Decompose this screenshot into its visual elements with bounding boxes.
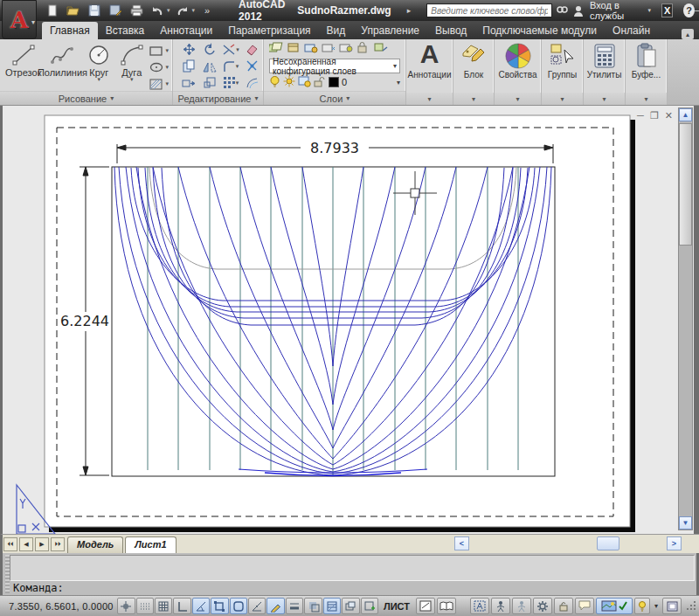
quick-properties-toggle[interactable] [323, 598, 341, 614]
array-button[interactable]: ▾ [220, 74, 241, 91]
resize-grip[interactable] [685, 601, 696, 612]
command-window[interactable]: settings\temp\SudnoRazmer_1_1_2340.sv$ .… [0, 553, 699, 595]
lineweight-toggle[interactable] [286, 598, 303, 614]
annotation-visibility-button[interactable] [491, 598, 510, 614]
polyline-button[interactable]: Полилиния [43, 41, 81, 91]
status-tray-balloon-button[interactable] [575, 598, 594, 614]
tab-moduli[interactable]: Подключаемые модули [474, 22, 605, 39]
object-track-toggle[interactable] [248, 598, 266, 614]
performance-tuner-button[interactable] [634, 598, 650, 614]
search-icon[interactable] [556, 3, 568, 18]
undo-dropdown-icon[interactable]: ▾ [167, 7, 170, 14]
rectangle-dropdown-icon[interactable]: ▾ [165, 47, 169, 54]
hardware-acceleration-button[interactable] [596, 598, 633, 614]
toolbar-lock-button[interactable] [554, 598, 573, 614]
qat-overflow-button[interactable]: » [198, 3, 216, 18]
panel-layers-title[interactable]: Слои▾ [264, 91, 405, 105]
signin-button[interactable]: Вход в службы ▾ [590, 0, 651, 21]
tab-glavnaya[interactable]: Главная [42, 22, 98, 39]
annotation-monitor-toggle[interactable] [361, 598, 378, 614]
scroll-left-icon[interactable]: < [454, 536, 469, 550]
arc-button[interactable]: Дуга ▾ [116, 41, 148, 91]
line-button[interactable]: Отрезок [5, 41, 41, 91]
doc-minimize-button[interactable]: ─ [637, 110, 644, 121]
panel-edit-title[interactable]: Редактирование▾ [173, 91, 263, 105]
polar-tracking-toggle[interactable] [192, 598, 210, 614]
undo-button[interactable] [149, 3, 166, 18]
panel-expand-icon[interactable]: ▾ [542, 93, 583, 105]
tab-onlain[interactable]: Онлайн [605, 22, 658, 39]
scale-button[interactable] [199, 74, 220, 91]
array-dropdown-icon[interactable]: ▾ [236, 80, 239, 87]
save-button[interactable] [86, 3, 103, 18]
dynamic-input-toggle[interactable] [266, 598, 284, 614]
redo-button[interactable] [174, 3, 191, 18]
fillet-button[interactable]: ▾ [220, 58, 241, 74]
layer-unlock-icon[interactable] [314, 76, 326, 89]
trim-button[interactable]: ▾ [220, 41, 241, 58]
circle-button[interactable]: Круг ▾ [83, 41, 114, 91]
rotate-button[interactable] [199, 41, 220, 58]
app-status-menu-icon[interactable]: ▾ [652, 602, 661, 610]
paper-model-space-button[interactable]: ЛИСТ [379, 599, 414, 613]
horizontal-scroll-thumb[interactable] [597, 536, 619, 550]
title-menu-arrow-icon[interactable]: ▸ [407, 6, 412, 15]
panel-expand-icon[interactable]: ▾ [453, 93, 494, 105]
arc-dropdown-icon[interactable]: ▾ [130, 78, 134, 81]
transparency-toggle[interactable] [304, 598, 322, 614]
osnap-3d-toggle[interactable] [230, 598, 247, 614]
quick-view-layouts-button[interactable] [416, 598, 435, 614]
model-tab[interactable]: Модель [67, 536, 123, 553]
help-button[interactable]: ? [683, 3, 695, 17]
command-window-grip[interactable] [5, 555, 10, 593]
scroll-up-icon[interactable]: ▲ [679, 108, 692, 121]
rectangle-button[interactable] [149, 44, 164, 58]
new-drawing-button[interactable] [44, 3, 61, 18]
panel-groups[interactable]: Группы ▾ [542, 39, 584, 105]
prev-tab-button[interactable]: ◀ [19, 537, 33, 551]
stretch-button[interactable] [178, 74, 199, 91]
panel-block[interactable]: Блок ▾ [453, 39, 495, 105]
tab-vyvod[interactable]: Вывод [427, 22, 474, 39]
panel-expand-icon[interactable]: ▾ [495, 93, 541, 105]
layout-sheet[interactable]: 8.7933 6.2244 [3, 106, 699, 534]
layer-match-button[interactable] [374, 41, 388, 57]
drawing-area[interactable]: 8.7933 6.2244 [0, 106, 699, 534]
scroll-down-icon[interactable]: ▼ [679, 516, 692, 529]
horizontal-scrollbar[interactable]: < > [454, 536, 682, 551]
tab-vid[interactable]: Вид [319, 22, 354, 39]
layer-thaw-icon[interactable] [283, 75, 295, 89]
erase-button[interactable] [241, 41, 262, 58]
quick-view-drawings-button[interactable] [437, 598, 456, 614]
osnap-toggle[interactable] [211, 598, 228, 614]
grid-display-toggle[interactable] [155, 598, 172, 614]
exchange-apps-button[interactable]: X [661, 3, 673, 17]
clean-screen-button[interactable] [662, 598, 682, 614]
panel-expand-icon[interactable]: ▾ [626, 93, 667, 105]
open-button[interactable] [65, 3, 82, 18]
offset-button[interactable] [241, 74, 262, 91]
panel-clipboard[interactable]: Буфе... ▾ [626, 39, 668, 105]
layer-properties-button[interactable] [269, 41, 283, 57]
layer-off-button[interactable] [339, 41, 353, 57]
command-input-line[interactable]: Команда: [10, 582, 695, 594]
layer-control-row[interactable]: 0 ▾ [264, 73, 405, 89]
next-tab-button[interactable]: ▶ [35, 537, 49, 551]
tab-upravlenie[interactable]: Управление [353, 22, 427, 39]
layer-lock-button[interactable] [356, 41, 370, 57]
workspace-switch-button[interactable] [533, 598, 552, 614]
search-input[interactable] [426, 3, 552, 17]
hatch-dropdown-icon[interactable]: ▾ [165, 80, 169, 87]
doc-close-button[interactable]: ✕ [665, 110, 673, 121]
ellipse-dropdown-icon[interactable]: ▾ [165, 64, 169, 71]
layer-color-swatch[interactable] [329, 77, 339, 87]
annotation-autoscale-button[interactable] [512, 598, 531, 614]
scroll-right-icon[interactable]: > [667, 536, 682, 550]
minimize-button[interactable]: ─ [695, 4, 699, 17]
vertical-scroll-thumb[interactable] [679, 123, 692, 246]
plot-button[interactable] [128, 3, 145, 18]
layer-on-icon[interactable] [269, 75, 280, 89]
tab-vstavka[interactable]: Вставка [98, 22, 153, 39]
vertical-scrollbar[interactable]: ▲ ▼ [678, 107, 693, 530]
application-menu-button[interactable]: A ▾ [2, 0, 37, 39]
